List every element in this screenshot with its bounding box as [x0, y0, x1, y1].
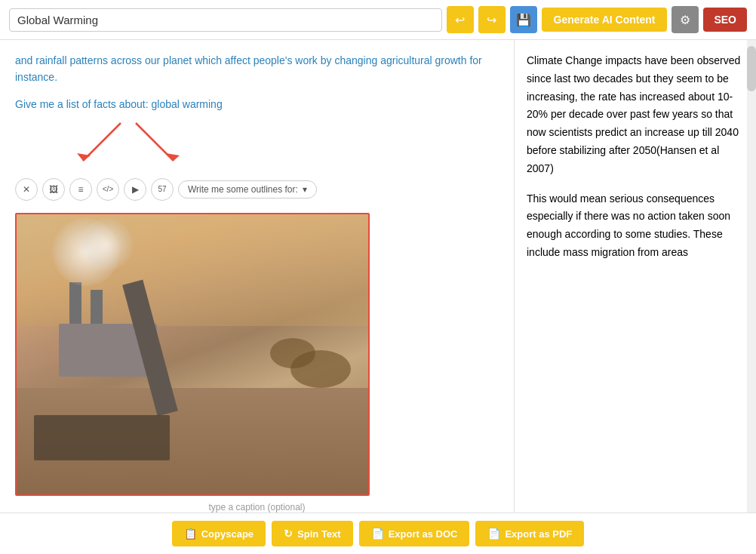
- title-input[interactable]: [9, 8, 442, 32]
- settings-button[interactable]: ⚙: [671, 6, 699, 33]
- gear-icon: ⚙: [680, 13, 690, 27]
- generate-ai-button[interactable]: Generate AI Content: [542, 8, 668, 32]
- image-icon: 🖼: [49, 184, 58, 195]
- save-button[interactable]: 💾: [510, 6, 537, 33]
- right-para2-text: This would mean serious consequences esp…: [527, 192, 730, 258]
- chevron-down-icon: ▾: [303, 184, 307, 195]
- seo-label: SEO: [714, 14, 736, 26]
- export-doc-label: Export as DOC: [389, 528, 458, 540]
- close-icon: ✕: [23, 184, 30, 195]
- play-icon: ▶: [132, 184, 139, 195]
- editor-pane[interactable]: and rainfall patterns across our planet …: [0, 40, 515, 512]
- refresh-icon: ↻: [284, 528, 293, 540]
- undo-button[interactable]: ↩: [447, 6, 474, 33]
- badge-label: 57: [158, 185, 166, 193]
- intro-text-content: and rainfall patterns across our planet …: [15, 54, 482, 83]
- spin-text-button[interactable]: ↻ Spin Text: [272, 521, 353, 546]
- top-toolbar: ↩ ↪ 💾 Generate AI Content ⚙ SEO: [0, 0, 756, 40]
- intro-text: and rainfall patterns across our planet …: [15, 52, 499, 86]
- undo-icon: ↩: [455, 13, 465, 27]
- generate-label: Generate AI Content: [554, 14, 656, 26]
- svg-line-0: [83, 123, 121, 161]
- bottom-structures: [34, 415, 170, 460]
- export-doc-button[interactable]: 📄 Export as DOC: [359, 521, 470, 546]
- smoke-2: [80, 218, 133, 271]
- badge-button[interactable]: 57: [151, 178, 174, 201]
- outline-placeholder: Write me some outlines for:: [188, 184, 298, 195]
- svg-marker-3: [166, 153, 180, 161]
- seo-button[interactable]: SEO: [703, 8, 747, 32]
- outline-dropdown[interactable]: Write me some outlines for: ▾: [178, 180, 317, 199]
- code-button[interactable]: </>: [97, 178, 119, 201]
- trees-2: [270, 338, 315, 368]
- scroll-thumb[interactable]: [747, 46, 756, 91]
- query-text: Give me a list of facts about: global wa…: [15, 98, 499, 110]
- right-paragraph-2: This would mean serious consequences esp…: [527, 190, 744, 262]
- copyscape-button[interactable]: 📋 Copyscape: [172, 521, 266, 546]
- export-pdf-button[interactable]: 📄 Export as PDF: [475, 521, 584, 546]
- caption-text: type a caption (optional): [208, 502, 305, 512]
- redo-icon: ↪: [487, 13, 496, 27]
- icon-toolbar: ✕ 🖼 ≡ </> ▶ 57 Write me some ou: [15, 178, 499, 201]
- spin-text-label: Spin Text: [297, 528, 341, 540]
- bottom-toolbar: 📋 Copyscape ↻ Spin Text 📄 Export as DOC …: [0, 512, 756, 554]
- close-button[interactable]: ✕: [15, 178, 38, 201]
- save-icon: 💾: [516, 13, 531, 27]
- copy-icon: 📋: [184, 528, 197, 540]
- align-icon: ≡: [78, 184, 83, 195]
- content-area: and rainfall patterns across our planet …: [0, 40, 756, 512]
- copyscape-label: Copyscape: [201, 528, 254, 540]
- query-text-content: Give me a list of facts about: global wa…: [15, 98, 223, 110]
- scrollbar[interactable]: [747, 40, 756, 512]
- doc-icon: 📄: [371, 528, 384, 540]
- industrial-image: [17, 214, 368, 494]
- chimney-2: [91, 290, 103, 324]
- right-pane: Climate Change impacts have been observe…: [515, 40, 756, 512]
- export-pdf-label: Export as PDF: [505, 528, 572, 540]
- red-arrows-annotation: [60, 119, 196, 172]
- code-icon: </>: [103, 185, 113, 193]
- image-container: [15, 213, 370, 496]
- right-paragraph-1: Climate Change impacts have been observe…: [527, 52, 744, 178]
- image-caption[interactable]: type a caption (optional): [15, 502, 499, 512]
- chimney-1: [69, 282, 81, 324]
- main-container: ↩ ↪ 💾 Generate AI Content ⚙ SEO and rain…: [0, 0, 756, 554]
- redo-button[interactable]: ↪: [478, 6, 506, 33]
- align-button[interactable]: ≡: [69, 178, 92, 201]
- pdf-icon: 📄: [487, 528, 500, 540]
- play-button[interactable]: ▶: [124, 178, 146, 201]
- image-button[interactable]: 🖼: [42, 178, 65, 201]
